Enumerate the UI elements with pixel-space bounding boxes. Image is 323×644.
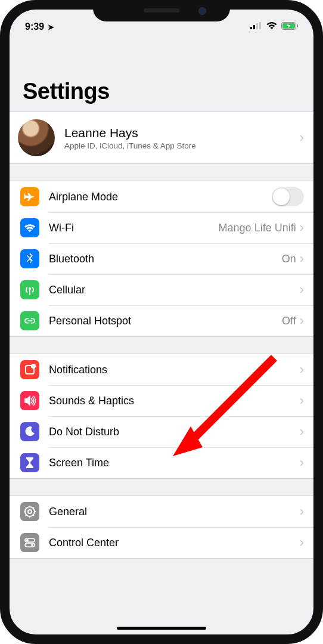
chevron-right-icon: ›	[300, 282, 304, 298]
chevron-right-icon: ›	[300, 455, 304, 470]
location-services-icon: ➤	[48, 23, 54, 32]
toggles-icon	[20, 533, 39, 552]
general-row[interactable]: General ›	[10, 496, 313, 527]
bell-icon	[20, 360, 39, 379]
row-label: General	[49, 506, 300, 518]
wifi-status-icon	[266, 20, 278, 34]
svg-point-20	[26, 539, 29, 541]
svg-point-8	[31, 364, 36, 369]
cellular-row[interactable]: Cellular ›	[10, 274, 313, 305]
speaker-icon	[20, 391, 39, 410]
bluetooth-icon	[20, 249, 39, 268]
screen-time-row[interactable]: Screen Time ›	[10, 447, 313, 478]
chevron-right-icon: ›	[300, 535, 304, 550]
svg-rect-3	[259, 22, 261, 29]
control-center-row[interactable]: Control Center ›	[10, 527, 313, 558]
chevron-right-icon: ›	[300, 424, 304, 439]
svg-rect-0	[250, 27, 252, 29]
home-indicator[interactable]	[117, 627, 206, 630]
svg-rect-1	[253, 25, 255, 29]
battery-icon	[281, 21, 298, 32]
wifi-icon	[20, 218, 39, 237]
system-group: General › Control Center ›	[10, 496, 313, 559]
bluetooth-row[interactable]: Bluetooth On ›	[10, 243, 313, 274]
row-label: Cellular	[49, 284, 300, 296]
row-label: Airplane Mode	[49, 191, 272, 203]
row-label: Sounds & Haptics	[49, 395, 300, 407]
page-title: Settings	[10, 37, 313, 112]
row-label: Personal Hotspot	[49, 315, 282, 327]
svg-line-17	[33, 507, 34, 509]
chevron-right-icon: ›	[300, 220, 304, 236]
airplane-mode-row[interactable]: Airplane Mode	[10, 181, 313, 212]
row-value: On	[282, 253, 296, 265]
profile-subtitle: Apple ID, iCloud, iTunes & App Store	[64, 141, 300, 150]
airplane-icon	[20, 187, 39, 206]
row-label: Wi-Fi	[49, 222, 219, 234]
device-notch	[93, 0, 230, 21]
hourglass-icon	[20, 453, 39, 472]
profile-name: Leanne Hays	[64, 126, 300, 140]
notifications-row[interactable]: Notifications ›	[10, 354, 313, 385]
row-value: Mango Life Unifi	[219, 222, 296, 234]
svg-line-16	[33, 515, 34, 516]
row-value: Off	[282, 315, 296, 327]
status-time: 9:39	[25, 21, 44, 32]
connectivity-group: Airplane Mode Wi-Fi Mango Life Unifi › B…	[10, 181, 313, 337]
svg-line-18	[26, 515, 27, 516]
svg-point-10	[28, 510, 32, 513]
svg-rect-6	[297, 24, 298, 27]
chevron-right-icon: ›	[300, 393, 304, 408]
profile-group: Leanne Hays Apple ID, iCloud, iTunes & A…	[10, 112, 313, 164]
do-not-disturb-row[interactable]: Do Not Disturb ›	[10, 416, 313, 447]
attention-group: Notifications › Sounds & Haptics › Do No…	[10, 354, 313, 479]
svg-point-22	[31, 544, 33, 546]
moon-icon	[20, 422, 39, 441]
sounds-haptics-row[interactable]: Sounds & Haptics ›	[10, 385, 313, 416]
row-label: Control Center	[49, 537, 300, 549]
chevron-right-icon: ›	[300, 130, 304, 145]
chevron-right-icon: ›	[300, 362, 304, 377]
gear-icon	[20, 502, 39, 521]
link-icon	[20, 311, 39, 330]
chevron-right-icon: ›	[300, 504, 304, 519]
cellular-signal-icon	[250, 20, 262, 34]
screen: 9:39 ➤ Settings Leanne Hays Apple ID, iC…	[10, 10, 313, 634]
chevron-right-icon: ›	[300, 313, 304, 329]
apple-id-row[interactable]: Leanne Hays Apple ID, iCloud, iTunes & A…	[10, 112, 313, 163]
row-label: Do Not Disturb	[49, 426, 300, 438]
row-label: Screen Time	[49, 457, 300, 469]
chevron-right-icon: ›	[300, 251, 304, 267]
row-label: Notifications	[49, 364, 300, 376]
avatar	[18, 119, 55, 156]
row-label: Bluetooth	[49, 253, 282, 265]
antenna-icon	[20, 280, 39, 299]
personal-hotspot-row[interactable]: Personal Hotspot Off ›	[10, 305, 313, 336]
svg-rect-2	[256, 23, 258, 29]
svg-line-15	[26, 507, 27, 509]
airplane-toggle[interactable]	[272, 187, 304, 206]
wifi-row[interactable]: Wi-Fi Mango Life Unifi ›	[10, 212, 313, 243]
